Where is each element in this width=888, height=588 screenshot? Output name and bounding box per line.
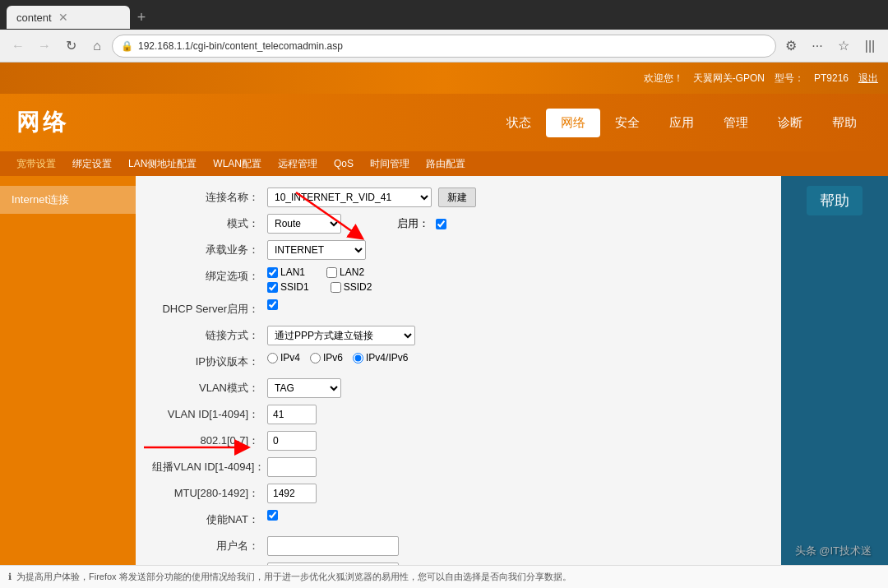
s802-row: 802.1[0-7]： xyxy=(152,431,765,451)
sub-navigation: 宽带设置 绑定设置 LAN侧地址配置 WLAN配置 远程管理 QoS 时间管理 … xyxy=(0,151,888,176)
username-label: 用户名： xyxy=(152,536,267,556)
content-area: 连接名称： 10_INTERNET_R_VID_41 新建 模式： Route … xyxy=(136,176,781,565)
service-select[interactable]: INTERNET xyxy=(267,240,366,260)
main-area: Internet连接 连接名称： xyxy=(0,176,888,565)
service-label: 承载业务： xyxy=(152,240,267,260)
address-bar[interactable]: 🔒 192.168.1.1/cgi-bin/content_telecomadm… xyxy=(112,35,776,58)
nav-item-status[interactable]: 状态 xyxy=(492,109,546,137)
binding-row: 绑定选项： LAN1 LAN2 xyxy=(152,266,765,293)
s802-field xyxy=(267,431,317,451)
sub-nav-time[interactable]: 时间管理 xyxy=(362,154,418,174)
mtu-label: MTU[280-1492]： xyxy=(152,484,267,503)
dhcp-row: DHCP Server启用： xyxy=(152,299,765,319)
ip-protocol-field: IPv4 IPv6 IPv4/IPv6 xyxy=(267,352,408,363)
tab-close-btn[interactable]: ✕ xyxy=(58,11,68,24)
ssid2-checkbox[interactable] xyxy=(331,282,341,293)
password-field xyxy=(267,563,399,565)
nat-row: 使能NAT： xyxy=(152,510,765,530)
menu-button[interactable]: ··· xyxy=(806,35,829,58)
nav-item-help[interactable]: 帮助 xyxy=(817,109,872,137)
mode-select[interactable]: Route xyxy=(267,214,341,234)
group-vlan-input[interactable] xyxy=(267,457,317,477)
ssid2-label: SSID2 xyxy=(344,281,372,293)
star-button[interactable]: ☆ xyxy=(832,35,855,58)
page-content: 欢迎您！ 天翼网关-GPON 型号： PT9216 退出 网络 状态 网络 安全… xyxy=(0,63,888,565)
nav-item-network[interactable]: 网络 xyxy=(546,109,600,137)
vlan-mode-select[interactable]: TAG xyxy=(267,378,341,398)
sidebar: Internet连接 xyxy=(0,176,136,565)
link-select[interactable]: 通过PPP方式建立链接 xyxy=(267,326,415,345)
notification-bar: ℹ 为提高用户体验，Firefox 将发送部分功能的使用情况给我们，用于进一步优… xyxy=(0,565,888,588)
sub-nav-route[interactable]: 路由配置 xyxy=(418,154,474,174)
model-value: PT9216 xyxy=(814,72,849,84)
sub-nav-remote[interactable]: 远程管理 xyxy=(270,154,326,174)
password-input[interactable] xyxy=(267,563,399,565)
password-label: 密码： xyxy=(152,563,267,565)
ip-protocol-row: IP协议版本： IPv4 IPv6 IPv4/IPv6 xyxy=(152,352,765,372)
sidebar-item-internet[interactable]: Internet连接 xyxy=(0,186,136,214)
tab-bar: content ✕ + xyxy=(0,0,888,30)
mtu-field xyxy=(267,484,317,503)
model-label: 型号： xyxy=(775,72,804,86)
mtu-input[interactable] xyxy=(267,484,317,503)
vlan-id-label: VLAN ID[1-4094]： xyxy=(152,405,267,424)
address-text: 192.168.1.1/cgi-bin/content_telecomadmin… xyxy=(138,40,767,52)
ipv4-radio[interactable] xyxy=(267,353,278,363)
nat-checkbox[interactable] xyxy=(267,510,278,521)
username-input[interactable] xyxy=(267,536,399,556)
vlan-mode-row: VLAN模式： TAG xyxy=(152,378,765,398)
binding-ssid1: SSID1 xyxy=(267,281,309,293)
bookmarks-button[interactable]: ||| xyxy=(858,35,881,58)
nat-label: 使能NAT： xyxy=(152,510,267,530)
enable-checkbox[interactable] xyxy=(436,219,446,229)
vlan-mode-label: VLAN模式： xyxy=(152,378,267,398)
binding-lan2: LAN2 xyxy=(326,266,364,278)
nav-item-app[interactable]: 应用 xyxy=(654,109,709,137)
ipv4ipv6-option: IPv4/IPv6 xyxy=(353,352,408,363)
vlan-id-field xyxy=(267,405,317,424)
mode-field: Route 启用： xyxy=(267,214,446,234)
sub-nav-binding[interactable]: 绑定设置 xyxy=(64,154,120,174)
new-connection-button[interactable]: 新建 xyxy=(438,188,476,207)
back-button[interactable]: ← xyxy=(7,35,30,58)
nav-item-diagnosis[interactable]: 诊断 xyxy=(763,109,817,137)
s802-input[interactable] xyxy=(267,431,317,451)
help-label: 帮助 xyxy=(807,186,863,215)
vlan-id-input[interactable] xyxy=(267,405,317,424)
group-vlan-label: 组播VLAN ID[1-4094]： xyxy=(152,457,267,477)
mtu-row: MTU[280-1492]： xyxy=(152,484,765,503)
help-panel: 帮助 xyxy=(781,176,888,565)
connection-name-select[interactable]: 10_INTERNET_R_VID_41 xyxy=(267,188,432,207)
notification-icon: ℹ xyxy=(8,572,12,582)
dhcp-checkbox[interactable] xyxy=(267,299,278,310)
nav-item-management[interactable]: 管理 xyxy=(709,109,763,137)
nav-item-security[interactable]: 安全 xyxy=(600,109,654,137)
brand-text: 天翼网关-GPON xyxy=(693,72,765,86)
mode-row: 模式： Route 启用： xyxy=(152,214,765,234)
ipv6-radio[interactable] xyxy=(310,353,321,363)
lan2-checkbox[interactable] xyxy=(326,267,337,278)
ipv4-option: IPv4 xyxy=(267,352,300,363)
ssid1-checkbox[interactable] xyxy=(267,282,278,293)
extensions-button[interactable]: ⚙ xyxy=(779,35,802,58)
sub-nav-wlan[interactable]: WLAN配置 xyxy=(205,154,270,174)
sub-nav-broadband[interactable]: 宽带设置 xyxy=(8,154,64,174)
main-nav: 状态 网络 安全 应用 管理 诊断 帮助 xyxy=(492,109,872,137)
forward-button[interactable]: → xyxy=(33,35,56,58)
username-field xyxy=(267,536,399,556)
active-tab[interactable]: content ✕ xyxy=(7,6,130,29)
ipv4-label: IPv4 xyxy=(280,352,300,363)
logout-button[interactable]: 退出 xyxy=(858,72,878,86)
home-button[interactable]: ⌂ xyxy=(86,35,109,58)
service-field: INTERNET xyxy=(267,240,366,260)
refresh-button[interactable]: ↻ xyxy=(59,35,82,58)
sub-nav-lan[interactable]: LAN侧地址配置 xyxy=(120,154,205,174)
binding-lan1: LAN1 xyxy=(267,266,305,278)
new-tab-button[interactable]: + xyxy=(130,6,153,29)
sub-nav-qos[interactable]: QoS xyxy=(326,155,362,173)
vlan-id-row: VLAN ID[1-4094]： xyxy=(152,405,765,424)
link-row: 链接方式： 通过PPP方式建立链接 xyxy=(152,326,765,345)
ipv4ipv6-radio[interactable] xyxy=(353,353,363,363)
browser-chrome: content ✕ + ← → ↻ ⌂ 🔒 192.168.1.1/cgi-bi… xyxy=(0,0,888,63)
lan1-checkbox[interactable] xyxy=(267,267,278,278)
